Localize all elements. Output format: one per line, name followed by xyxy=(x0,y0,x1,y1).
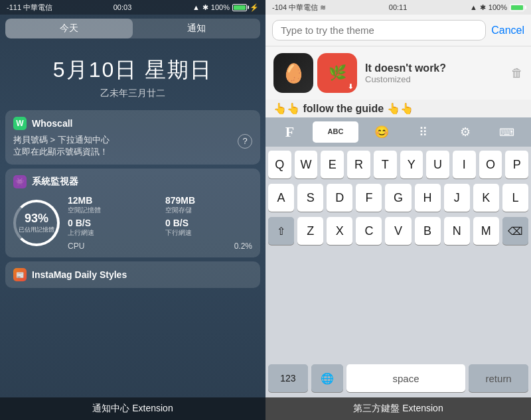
left-battery-pct: 100% xyxy=(211,3,230,11)
tab-notifications[interactable]: 通知 xyxy=(133,19,260,38)
stat-free-storage-lbl: 空閒存儲 xyxy=(165,206,252,215)
search-bar: Cancel xyxy=(266,15,531,46)
whoscall-text: 拷貝號碼 > 下拉通知中心立即在此顯示號碼資訊！ xyxy=(13,134,110,158)
date-main: 5月10日 星期日 xyxy=(0,56,266,85)
key-p[interactable]: P xyxy=(505,151,528,178)
keyboard-app-icon[interactable]: ⬇ 🌿 xyxy=(317,53,357,93)
right-battery-pct: 100% xyxy=(489,3,507,11)
left-battery-icon xyxy=(232,4,247,11)
stat-download: 0 B/S 下行網速 xyxy=(165,218,252,238)
right-signal: -104 中華電信 ≋ xyxy=(272,3,326,13)
cancel-button[interactable]: Cancel xyxy=(491,25,524,36)
left-signal: -111 中華電信 xyxy=(7,3,52,13)
key-i[interactable]: I xyxy=(453,151,476,178)
left-bottom-bar: 通知中心 Extension xyxy=(0,397,266,420)
left-tabs: 今天 通知 xyxy=(5,19,260,38)
whoscall-header: W Whoscall xyxy=(13,117,252,130)
app-preview: 🥚 ⬇ 🌿 It doesn't work? Customized 🗑 xyxy=(266,46,531,100)
mem-label: 已佔用記憶體 xyxy=(19,226,54,234)
stat-download-lbl: 下行網速 xyxy=(165,228,252,238)
mem-pct: 93% xyxy=(25,212,48,226)
key-a[interactable]: A xyxy=(268,184,294,212)
key-g[interactable]: G xyxy=(385,184,411,212)
instamag-icon: 📰 xyxy=(13,268,27,281)
key-k[interactable]: K xyxy=(473,184,499,212)
stat-free-mem: 12MB 空閒記憶體 xyxy=(68,195,155,215)
right-panel: -104 中華電信 ≋ 00:11 ▲ ✱ 100% Cancel 🥚 ⬇ 🌿 … xyxy=(266,0,531,420)
right-gps-icon: ▲ xyxy=(470,3,477,11)
easter-app-icon[interactable]: 🥚 xyxy=(273,53,313,93)
search-input[interactable] xyxy=(272,20,486,40)
key-f[interactable]: F xyxy=(356,184,382,212)
key-v[interactable]: V xyxy=(385,217,411,245)
left-charging-icon: ⚡ xyxy=(250,3,259,12)
key-return[interactable]: return xyxy=(469,364,528,392)
key-l[interactable]: L xyxy=(502,184,528,212)
key-w[interactable]: W xyxy=(295,151,318,178)
key-q[interactable]: Q xyxy=(268,151,291,178)
sysmon-header: 👾 系統監視器 xyxy=(13,175,252,188)
keyboard-rows: Q W E R T Y U I O P A S D F G H J K L xyxy=(266,147,531,364)
kb-row-3: ⇧ Z X C V B N M ⌫ xyxy=(268,217,528,245)
key-t[interactable]: T xyxy=(374,151,397,178)
kb-tool-emoji[interactable]: 😊 xyxy=(362,121,400,143)
right-status-right: ▲ ✱ 100% xyxy=(470,3,524,12)
left-bottom-text: 通知中心 Extension xyxy=(92,403,173,413)
sysmon-widget: 👾 系統監視器 93% 已佔用記憶體 12MB 空閒記憶體 879MB 空閒存儲 xyxy=(5,169,260,257)
cpu-label: CPU xyxy=(68,242,84,251)
cpu-value: 0.2% xyxy=(234,242,252,251)
kb-tool-settings[interactable]: ⚙ xyxy=(446,121,484,143)
left-panel: -111 中華電信 00:03 ▲ ✱ 100% ⚡ 今天 通知 5月10日 星… xyxy=(0,0,266,420)
key-d[interactable]: D xyxy=(327,184,352,212)
key-globe[interactable]: 🌐 xyxy=(311,364,343,392)
tab-today[interactable]: 今天 xyxy=(5,19,133,38)
key-j[interactable]: J xyxy=(444,184,470,212)
stat-upload-lbl: 上行網速 xyxy=(68,228,155,238)
key-r[interactable]: R xyxy=(347,151,370,178)
left-status-bar: -111 中華電信 00:03 ▲ ✱ 100% ⚡ xyxy=(0,0,266,15)
sysmon-stats-area: 12MB 空閒記憶體 879MB 空閒存儲 0 B/S 上行網速 0 B/S 下… xyxy=(68,195,252,251)
key-y[interactable]: Y xyxy=(400,151,423,178)
kb-bottom-row: 123 🌐 space return xyxy=(266,364,531,397)
sysmon-title: 系統監視器 xyxy=(32,176,78,188)
right-time: 00:11 xyxy=(389,3,408,11)
key-space[interactable]: space xyxy=(346,364,466,392)
key-n[interactable]: N xyxy=(444,217,470,245)
app-name: It doesn't work? xyxy=(365,62,503,74)
kb-tool-font[interactable]: F xyxy=(271,121,309,143)
whoscall-body: 拷貝號碼 > 下拉通知中心立即在此顯示號碼資訊！ ? xyxy=(13,134,252,158)
right-bottom-bar: 第三方鍵盤 Extension xyxy=(266,397,531,420)
app-sub: Customized xyxy=(365,74,503,84)
key-o[interactable]: O xyxy=(479,151,502,178)
instamag-title: InstaMag Daily Styles xyxy=(32,269,127,280)
key-backspace[interactable]: ⌫ xyxy=(502,217,528,245)
left-gps-icon: ▲ xyxy=(192,3,200,11)
key-h[interactable]: H xyxy=(415,184,441,212)
key-s[interactable]: S xyxy=(297,184,323,212)
key-123[interactable]: 123 xyxy=(268,364,308,392)
kb-tool-dots[interactable]: ⠿ xyxy=(404,121,442,143)
left-status-right: ▲ ✱ 100% ⚡ xyxy=(192,3,259,12)
right-bottom-text: 第三方鍵盤 Extension xyxy=(353,403,443,413)
mem-circle: 93% 已佔用記憶體 xyxy=(13,200,60,246)
key-u[interactable]: U xyxy=(426,151,449,178)
trash-icon[interactable]: 🗑 xyxy=(511,66,523,80)
key-x[interactable]: X xyxy=(327,217,352,245)
key-m[interactable]: M xyxy=(473,217,499,245)
follow-text: 👆👆 follow the guide 👆👆 xyxy=(266,100,531,117)
key-shift[interactable]: ⇧ xyxy=(268,217,294,245)
left-bt-icon: ✱ xyxy=(202,3,208,12)
stat-free-storage: 879MB 空閒存儲 xyxy=(165,195,252,215)
left-time: 00:03 xyxy=(114,3,132,11)
key-c[interactable]: C xyxy=(356,217,382,245)
key-b[interactable]: B xyxy=(415,217,441,245)
key-e[interactable]: E xyxy=(321,151,344,178)
stat-free-mem-val: 12MB xyxy=(68,195,155,206)
sysmon-icon: 👾 xyxy=(13,175,27,188)
key-z[interactable]: Z xyxy=(297,217,323,245)
kb-tool-abc[interactable]: ABC xyxy=(313,121,358,143)
whoscall-notification: W Whoscall 拷貝號碼 > 下拉通知中心立即在此顯示號碼資訊！ ? xyxy=(5,110,260,165)
kb-tool-keyboard[interactable]: ⌨ xyxy=(488,121,526,143)
sysmon-content: 93% 已佔用記憶體 12MB 空閒記憶體 879MB 空閒存儲 0 B/S 上… xyxy=(13,195,252,251)
help-icon[interactable]: ? xyxy=(238,134,252,149)
